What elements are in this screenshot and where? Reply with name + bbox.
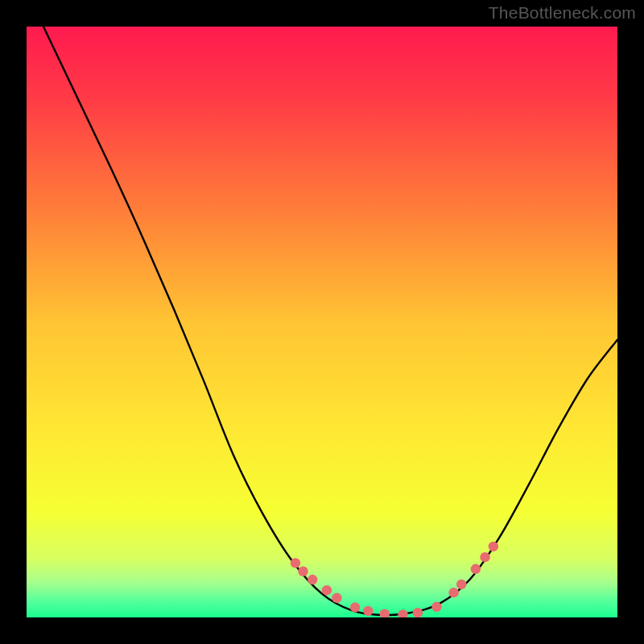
highlight-point [489, 542, 498, 551]
highlight-point [322, 585, 332, 595]
plot-area [27, 27, 617, 617]
highlight-point [332, 593, 341, 603]
highlight-point [480, 552, 489, 562]
attribution-text: TheBottleneck.com [489, 3, 636, 23]
highlight-point [298, 567, 308, 576]
highlight-point [350, 602, 360, 612]
highlight-point [471, 564, 481, 574]
highlight-point [448, 588, 458, 597]
highlight-point [308, 575, 317, 584]
plot-svg [27, 27, 617, 617]
highlight-point [456, 580, 466, 589]
gradient-background [27, 27, 617, 617]
chart-stage: TheBottleneck.com [0, 0, 644, 644]
highlight-point [413, 608, 423, 617]
highlight-point [363, 606, 373, 616]
highlight-point [291, 558, 300, 568]
highlight-point [431, 602, 441, 612]
